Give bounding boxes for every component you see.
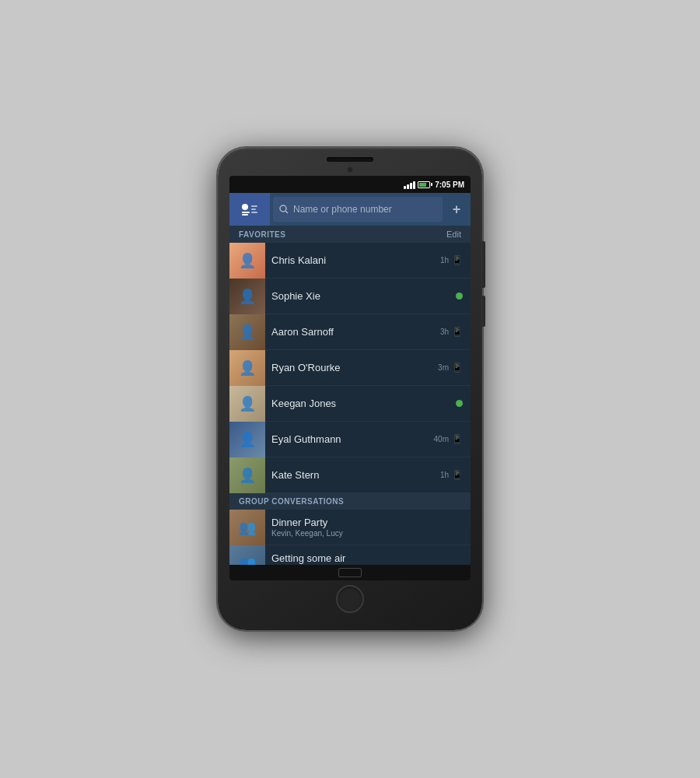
edit-button[interactable]: Edit [446,230,461,239]
plus-icon: + [453,202,461,216]
contact-meta-chris-kalani: 1h 📱 [440,255,463,265]
group-conversations-section-header: GROUP CONVERSATIONS [229,493,471,510]
status-icons: 7:05 PM [404,180,464,189]
avatar-aaron-sarnoff: 👤 [229,314,265,350]
contact-info-ryan-orourke: Ryan O'Rourke [265,362,438,373]
battery-icon [418,181,430,188]
favorites-section-header: FAVORITES Edit [229,226,471,243]
online-indicator [456,400,463,407]
contact-info-dinner-party: Dinner Party Kevin, Keegan, Lucy [265,517,463,538]
contact-meta-aaron-sarnoff: 3h 📱 [440,327,463,337]
avatar-keegan-jones: 👤 [229,386,265,422]
device-icon: 📱 [452,255,463,265]
svg-rect-3 [251,205,257,207]
contact-meta-eyal-guthmann: 40m 📱 [434,434,463,444]
device-icon: 📱 [452,434,463,444]
contact-item-aaron-sarnoff[interactable]: 👤 Aaron Sarnoff 3h 📱 [229,314,471,350]
avatar-dinner-party: 👥 [229,510,265,545]
svg-rect-4 [251,209,256,210]
group-name: Dinner Party [271,517,457,528]
top-bar: Name or phone number + [229,193,471,226]
home-button[interactable] [336,585,364,613]
contact-item-keegan-jones[interactable]: 👤 Keegan Jones [229,386,471,422]
signal-bar-1 [404,186,406,189]
contact-time: 3m [438,363,449,372]
contact-meta-keegan-jones [456,400,463,407]
contact-time: 40m [434,435,449,443]
contact-item-ryan-orourke[interactable]: 👤 Ryan O'Rourke 3m 📱 [229,350,471,386]
contact-info-sophie-xie: Sophie Xie [265,290,456,302]
group-name: Getting some air [271,552,457,564]
contact-info-aaron-sarnoff: Aaron Sarnoff [265,326,440,338]
signal-bar-3 [410,183,412,189]
contact-time: 1h [440,471,449,479]
avatar-eyal-guthmann: 👤 [229,422,265,457]
signal-bar-4 [413,181,415,189]
svg-line-7 [285,211,288,213]
avatar-ryan-orourke: 👤 [229,350,265,386]
contact-info-chris-kalani: Chris Kalani [265,254,440,266]
power-button [482,296,485,327]
status-bar: 7:05 PM [229,176,471,193]
signal-bar-2 [407,184,409,189]
avatar-getting-some-air: 👥 [229,545,265,566]
group-conversations-label: GROUP CONVERSATIONS [239,497,344,506]
home-button-bar[interactable] [338,568,362,577]
group-item-dinner-party[interactable]: 👥 Dinner Party Kevin, Keegan, Lucy [229,510,471,545]
contacts-menu-button[interactable] [229,193,270,226]
svg-rect-0 [242,204,248,210]
svg-rect-5 [251,212,257,213]
contact-item-kate-stern[interactable]: 👤 Kate Stern 1h 📱 [229,457,471,493]
contacts-icon [240,201,259,218]
svg-point-6 [280,205,286,212]
battery-fill [419,183,425,187]
contact-name: Keegan Jones [271,398,450,409]
avatar-kate-stern: 👤 [229,457,265,493]
device-icon: 📱 [452,363,463,373]
phone-screen: 7:05 PM Name or [229,176,471,580]
status-time: 7:05 PM [435,180,464,189]
home-button-area [336,585,364,613]
search-icon [279,205,289,214]
contact-name: Kate Stern [271,469,434,481]
favorites-label: FAVORITES [239,230,285,239]
contact-item-sophie-xie[interactable]: 👤 Sophie Xie [229,279,471,314]
contact-name: Sophie Xie [271,290,450,302]
contact-item-chris-kalani[interactable]: 👤 Chris Kalani 1h 📱 [229,243,471,279]
bottom-nav-bar [229,565,471,580]
online-indicator [456,293,463,300]
contact-item-eyal-guthmann[interactable]: 👤 Eyal Guthmann 40m 📱 [229,422,471,457]
search-bar[interactable]: Name or phone number [273,197,443,222]
phone-device: 7:05 PM Name or [218,148,482,630]
contact-info-eyal-guthmann: Eyal Guthmann [265,433,434,445]
contact-name: Eyal Guthmann [271,433,428,445]
device-icon: 📱 [452,327,463,337]
contact-info-kate-stern: Kate Stern [265,469,440,481]
signal-bars [404,180,415,189]
contact-info-keegan-jones: Keegan Jones [265,398,456,409]
group-item-getting-some-air[interactable]: 👥 Getting some air John, Atish, Sophie, … [229,545,471,565]
contact-meta-sophie-xie [456,293,463,300]
volume-button [482,241,485,288]
contacts-list: 👤 Chris Kalani 1h 📱 👤 Sophie Xie [229,243,471,565]
avatar-sophie-xie: 👤 [229,279,265,314]
add-contact-button[interactable]: + [446,198,467,220]
svg-rect-1 [242,212,250,213]
device-icon: 📱 [452,470,463,480]
speaker-grill [327,157,373,162]
contact-info-getting-some-air: Getting some air John, Atish, Sophie, Me… [265,552,463,565]
contact-meta-kate-stern: 1h 📱 [440,470,463,480]
avatar-chris-kalani: 👤 [229,243,265,279]
front-camera [347,166,353,173]
search-placeholder: Name or phone number [293,204,392,215]
contact-time: 3h [440,328,449,336]
contact-name: Chris Kalani [271,254,434,266]
group-members: Kevin, Keegan, Lucy [271,529,457,538]
svg-rect-2 [242,214,248,216]
contact-meta-ryan-orourke: 3m 📱 [438,363,463,373]
contact-time: 1h [440,256,449,265]
contact-name: Aaron Sarnoff [271,326,434,338]
contact-name: Ryan O'Rourke [271,362,432,373]
front-camera-area [347,166,353,173]
